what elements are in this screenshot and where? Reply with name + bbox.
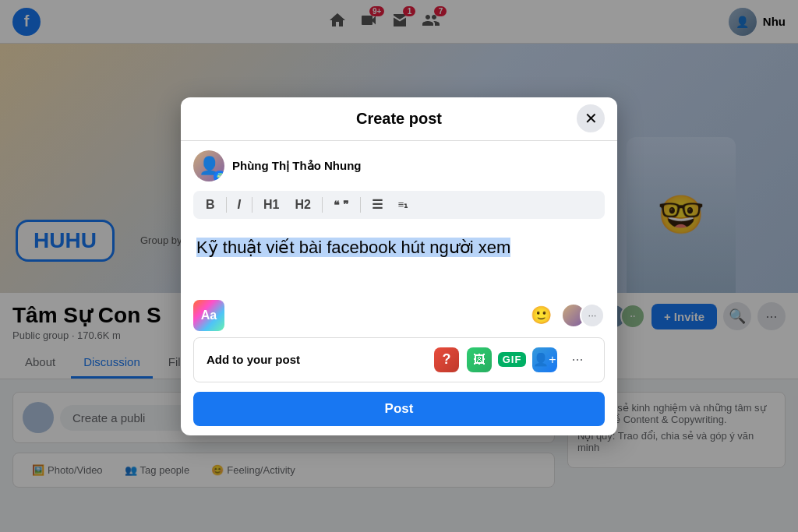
- post-submit-button[interactable]: Post: [193, 392, 605, 426]
- post-bottom-controls: Aa 🙂 ···: [193, 300, 605, 331]
- right-controls: 🙂 ···: [527, 301, 605, 329]
- formatting-toolbar: B I H1 H2 ❝ ❞ ☰ ≡₁: [193, 191, 605, 219]
- modal-title: Create post: [356, 110, 442, 128]
- close-icon: ✕: [584, 109, 598, 128]
- list-button[interactable]: ☰: [365, 196, 389, 214]
- add-to-post-bar: Add to your post ? 🖼 GIF: [193, 337, 605, 382]
- modal-body: 👤 🌍 Phùng Thị Thảo Nhung B I H1 H2 ❝ ❞ ☰: [181, 141, 617, 435]
- add-to-post-label: Add to your post: [207, 353, 300, 366]
- poll-icon-btn[interactable]: ?: [433, 346, 461, 374]
- separator-4: [360, 197, 361, 213]
- bold-button[interactable]: B: [200, 196, 221, 214]
- post-selected-text: Kỹ thuật viết bài facebook hút người xem: [196, 238, 510, 257]
- photo-add-btn[interactable]: 🖼: [465, 346, 493, 374]
- h2-button[interactable]: H2: [288, 196, 316, 214]
- separator-3: [322, 197, 323, 213]
- audience-avatars: ···: [561, 303, 605, 328]
- font-icon: Aa: [201, 308, 217, 322]
- gif-icon: GIF: [498, 352, 527, 367]
- italic-button[interactable]: I: [231, 196, 247, 214]
- separator-2: [252, 197, 252, 213]
- poster-name: Phùng Thị Thảo Nhung: [232, 159, 361, 173]
- poster-avatar: 👤 🌍: [193, 150, 224, 181]
- gif-btn[interactable]: GIF: [498, 346, 526, 374]
- question-icon: ?: [434, 347, 459, 372]
- modal-header: Create post ✕: [181, 97, 617, 141]
- photo-add-icon: 🖼: [467, 347, 492, 372]
- more-dots-icon: ···: [571, 351, 583, 368]
- tag-people-add-btn[interactable]: 👤+: [531, 346, 559, 374]
- h1-button[interactable]: H1: [257, 196, 285, 214]
- poster-info: 👤 🌍 Phùng Thị Thảo Nhung: [193, 150, 605, 181]
- create-post-modal: Create post ✕ 👤 🌍 Phùng Thị Thảo Nhung B: [181, 97, 617, 435]
- privacy-icon: 🌍: [214, 171, 224, 181]
- emoji-icon: 🙂: [531, 305, 552, 326]
- ordered-list-button[interactable]: ≡₁: [392, 196, 415, 213]
- add-icons-group: ? 🖼 GIF 👤+ ···: [433, 346, 591, 374]
- separator-1: [226, 197, 227, 213]
- modal-close-button[interactable]: ✕: [577, 104, 605, 132]
- tag-people-icon: 👤+: [532, 347, 557, 372]
- audience-more: ···: [580, 303, 605, 328]
- more-add-options-btn[interactable]: ···: [563, 346, 591, 374]
- modal-overlay: Create post ✕ 👤 🌍 Phùng Thị Thảo Nhung B: [0, 0, 798, 532]
- emoji-button[interactable]: 🙂: [527, 301, 555, 329]
- quote-button[interactable]: ❝ ❞: [327, 196, 355, 213]
- font-style-button[interactable]: Aa: [193, 300, 224, 331]
- post-text-area[interactable]: Kỹ thuật viết bài facebook hút người xem: [193, 228, 605, 291]
